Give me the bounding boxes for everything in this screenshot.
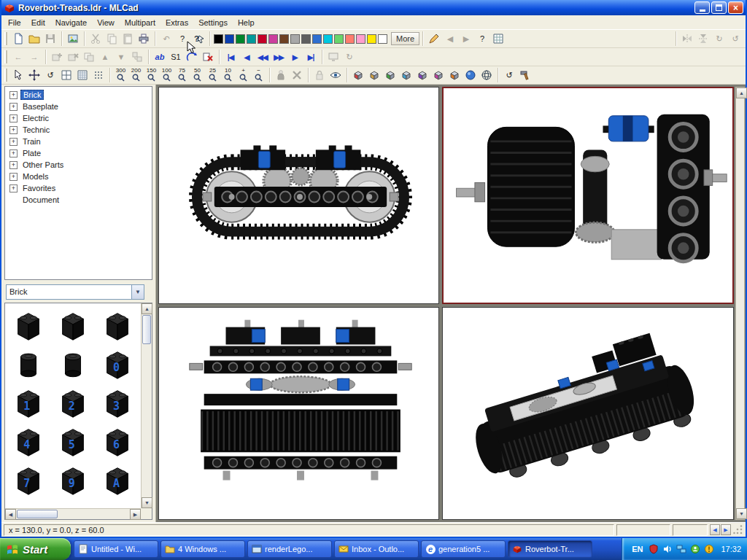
task-internet-explorer[interactable]: e generation5 ...: [421, 540, 506, 558]
color-swatch-lightgreen[interactable]: [334, 34, 344, 44]
viewport-detail-view[interactable]: [442, 87, 734, 304]
expand-icon[interactable]: +: [9, 103, 18, 111]
add-rotation-step-button[interactable]: [184, 49, 200, 65]
palette-tile-brick-7[interactable]: 7: [7, 461, 50, 498]
palette-horizontal-scrollbar[interactable]: ◀ ▶: [5, 508, 141, 519]
view-right-button[interactable]: [398, 67, 414, 83]
zoom-25-button[interactable]: 25: [205, 67, 220, 84]
minimize-button[interactable]: [694, 1, 710, 14]
task-outlook-inbox[interactable]: Inbox - Outlo...: [334, 540, 419, 558]
expand-icon[interactable]: +: [9, 184, 18, 192]
move-forward-button[interactable]: →: [26, 49, 42, 65]
viewport-side-view[interactable]: [158, 87, 439, 304]
view-horizontal-scrollbar[interactable]: ◀ ▶: [710, 524, 731, 535]
color-swatch-magenta[interactable]: [268, 34, 278, 44]
palette-tile-brick-4[interactable]: 4: [7, 422, 50, 459]
palette-vertical-scrollbar[interactable]: ▲ ▼: [141, 303, 152, 508]
tree-item-baseplate[interactable]: +Baseplate: [5, 101, 152, 112]
move-up-button[interactable]: ▲: [97, 49, 113, 65]
expand-icon[interactable]: +: [9, 91, 18, 99]
zoom-50-button[interactable]: 50: [190, 67, 205, 84]
viewport-3d-view[interactable]: [442, 307, 734, 520]
palette-tile-brick-a[interactable]: A: [96, 461, 139, 498]
toolbar-grip[interactable]: [4, 69, 7, 82]
palette-tile-round-brick[interactable]: [51, 345, 94, 382]
open-file-button[interactable]: [26, 31, 42, 47]
color-swatch-brown[interactable]: [279, 34, 289, 44]
first-step-button[interactable]: |◀: [222, 49, 239, 65]
scroll-track[interactable]: [58, 509, 130, 519]
previous-step-button[interactable]: ◀: [239, 49, 255, 65]
menu-help[interactable]: Help: [233, 15, 260, 29]
view-top-button[interactable]: [414, 67, 430, 83]
rotate-mode-button[interactable]: ↺: [42, 67, 58, 83]
minifig-creator-button[interactable]: [273, 67, 289, 83]
menu-edit[interactable]: Edit: [26, 15, 50, 29]
dropdown-arrow-icon[interactable]: ▼: [131, 285, 144, 299]
color-swatch-salmon[interactable]: [345, 34, 355, 44]
scroll-left-button[interactable]: ◀: [5, 509, 16, 520]
identify-part-button[interactable]: ?: [474, 31, 490, 47]
lock-parts-button[interactable]: [311, 67, 328, 83]
scroll-right-button[interactable]: ▶: [130, 509, 141, 520]
zoom-out-button[interactable]: −: [251, 67, 266, 84]
scroll-down-button[interactable]: ▼: [736, 508, 747, 519]
menu-multipart[interactable]: Multipart: [120, 15, 160, 29]
tree-item-models[interactable]: +Models: [5, 171, 152, 182]
next-step-button[interactable]: ▶: [287, 49, 303, 65]
tray-update-icon[interactable]: [704, 544, 714, 554]
palette-tile-brick[interactable]: [51, 306, 94, 343]
zoom-100-button[interactable]: 100: [159, 67, 174, 84]
zoom-150-button[interactable]: 150: [144, 67, 159, 84]
palette-tile-brick-9[interactable]: 9: [51, 461, 94, 498]
scroll-thumb[interactable]: [17, 510, 58, 518]
color-swatch-teal[interactable]: [247, 34, 256, 44]
spin-view-button[interactable]: ↺: [501, 67, 517, 83]
view-model-button[interactable]: [325, 49, 341, 65]
delete-part-button[interactable]: [65, 49, 81, 65]
cut-button[interactable]: [88, 31, 104, 47]
mirror-y-button[interactable]: [695, 31, 711, 47]
tools-button[interactable]: [517, 67, 533, 83]
scroll-track[interactable]: [142, 345, 152, 497]
duplicate-part-button[interactable]: [81, 49, 97, 65]
view-3d-button[interactable]: [446, 67, 462, 83]
tree-item-technic[interactable]: +Technic: [5, 124, 152, 136]
add-step-button[interactable]: S1: [168, 49, 184, 65]
scroll-thumb[interactable]: [142, 315, 151, 344]
color-swatch-white[interactable]: [378, 34, 387, 44]
zoom-200-button[interactable]: 200: [128, 67, 144, 84]
tree-item-favorites[interactable]: +Favorites: [5, 182, 152, 194]
scroll-track[interactable]: [736, 98, 744, 508]
zoom-300-button[interactable]: 300: [113, 67, 128, 84]
category-dropdown[interactable]: Brick ▼: [6, 284, 144, 300]
draw-line-button[interactable]: [426, 31, 442, 47]
group-parts-button[interactable]: [129, 49, 145, 65]
resize-grip[interactable]: [733, 525, 743, 535]
task-explorer-folder[interactable]: 4 Windows ...: [160, 540, 245, 558]
color-swatch-black[interactable]: [214, 34, 223, 44]
move-mode-button[interactable]: [26, 67, 42, 83]
color-swatch-cyan[interactable]: [323, 34, 333, 44]
scroll-up-button[interactable]: ▲: [142, 303, 152, 314]
close-button[interactable]: ×: [728, 1, 743, 14]
context-help-button[interactable]: ?: [190, 31, 206, 47]
help-button[interactable]: ?: [174, 31, 190, 47]
expand-icon[interactable]: +: [9, 114, 18, 122]
menu-settings[interactable]: Settings: [193, 15, 233, 29]
color-swatch-yellow[interactable]: [367, 34, 376, 44]
forward-steps-button[interactable]: ▶▶: [271, 49, 287, 65]
new-file-button[interactable]: [10, 31, 26, 47]
scroll-up-button[interactable]: ▲: [736, 88, 747, 98]
palette-tile-brick[interactable]: [96, 306, 139, 343]
undo-button[interactable]: ↶: [158, 31, 174, 47]
move-down-button[interactable]: ▼: [113, 49, 129, 65]
print-button[interactable]: [136, 31, 152, 47]
copy-button[interactable]: [104, 31, 120, 47]
zoom-10-button[interactable]: 10: [220, 67, 236, 84]
zoom-in-button[interactable]: +: [236, 67, 251, 84]
paste-button[interactable]: [120, 31, 136, 47]
render-shaded-button[interactable]: [462, 67, 479, 83]
grid-dots-button[interactable]: [90, 67, 107, 83]
palette-tile-brick[interactable]: [7, 306, 50, 343]
